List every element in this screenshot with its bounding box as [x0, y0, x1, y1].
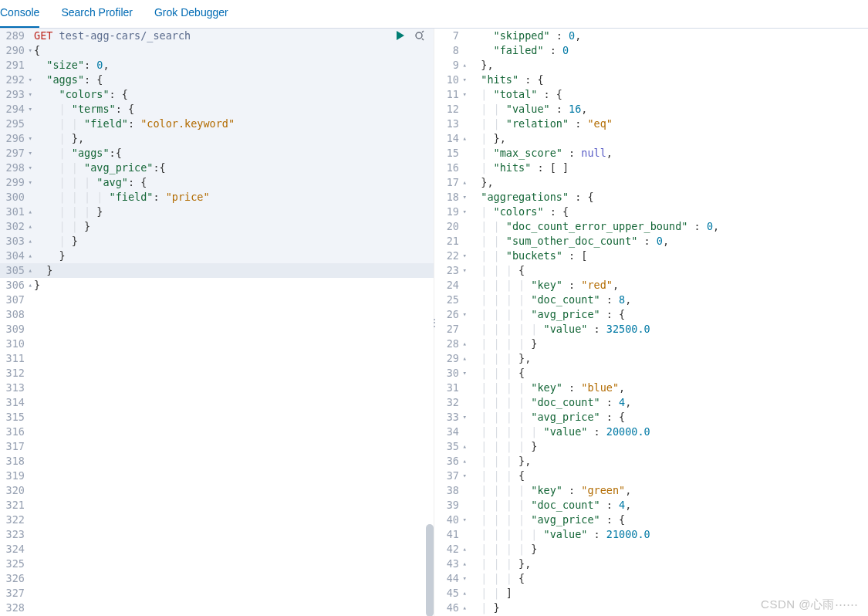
run-request-icon[interactable]	[395, 30, 406, 41]
request-editor-pane[interactable]: 289GET test-agg-cars/_search290▾{291 "si…	[0, 29, 434, 616]
pane-resize-handle[interactable]: ⋮	[429, 316, 439, 329]
request-editor[interactable]: 289GET test-agg-cars/_search290▾{291 "si…	[0, 29, 434, 615]
response-viewer: 7 "skipped" : 0,8 "failed" : 09▴ },10▾ "…	[434, 29, 868, 615]
response-viewer-pane[interactable]: 7 "skipped" : 0,8 "failed" : 09▴ },10▾ "…	[434, 29, 868, 616]
scrollbar-vertical[interactable]	[426, 524, 434, 616]
tab-search-profiler[interactable]: Search Profiler	[61, 6, 133, 28]
dev-tools-tabs: Console Search Profiler Grok Debugger	[0, 0, 868, 29]
watermark: CSDN @心雨⋯⋯	[761, 597, 859, 612]
tab-console[interactable]: Console	[0, 6, 39, 28]
request-actions	[395, 30, 426, 41]
console-panes: 289GET test-agg-cars/_search290▾{291 "si…	[0, 29, 868, 616]
request-options-icon[interactable]	[414, 30, 426, 41]
tab-grok-debugger[interactable]: Grok Debugger	[154, 6, 228, 28]
